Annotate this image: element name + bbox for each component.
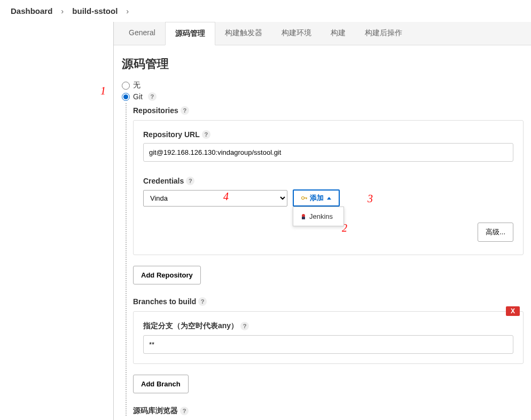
add-credentials-button[interactable]: 添加 [293, 189, 340, 207]
help-icon[interactable]: ? [198, 297, 207, 306]
branch-spec-label: 指定分支（为空时代表any） ? [143, 321, 513, 331]
credentials-label: Credentials ? [143, 177, 513, 185]
svg-rect-4 [302, 217, 305, 219]
repositories-label: Repositories ? [133, 106, 524, 115]
advanced-button[interactable]: 高级... [478, 223, 513, 242]
radio-none-label: 无 [133, 81, 140, 90]
key-icon [301, 196, 308, 200]
delete-branch-button[interactable]: X [506, 306, 520, 316]
jenkins-icon [300, 213, 307, 220]
help-icon[interactable]: ? [148, 92, 157, 101]
help-icon[interactable]: ? [181, 106, 189, 115]
credentials-select[interactable]: Vinda [143, 190, 287, 207]
branches-label: Branches to build ? [133, 297, 524, 306]
svg-point-0 [302, 197, 304, 200]
branch-spec-input[interactable] [143, 335, 513, 354]
add-branch-button[interactable]: Add Branch [133, 375, 189, 393]
repo-url-label: Repository URL ? [143, 130, 513, 139]
breadcrumb-job[interactable]: build-sstool [72, 6, 118, 15]
radio-git[interactable] [122, 93, 130, 101]
help-icon[interactable]: ? [202, 130, 210, 139]
caret-up-icon [327, 197, 331, 200]
chevron-right-icon: › [126, 6, 129, 15]
radio-none[interactable] [122, 82, 130, 90]
tabs: General 源码管理 构建触发器 构建环境 构建 构建后操作 [114, 22, 531, 45]
tab-general[interactable]: General [119, 22, 165, 45]
main-panel: General 源码管理 构建触发器 构建环境 构建 构建后操作 源码管理 无 … [113, 22, 531, 420]
tab-build[interactable]: 构建 [321, 22, 355, 45]
help-icon[interactable]: ? [186, 177, 194, 185]
repo-browser-label: 源码库浏览器 ? [133, 406, 524, 416]
credentials-dropdown: Jenkins [293, 207, 344, 226]
tab-post[interactable]: 构建后操作 [355, 22, 412, 45]
chevron-right-icon: › [61, 6, 64, 15]
help-icon[interactable]: ? [240, 322, 249, 330]
tab-env[interactable]: 构建环境 [272, 22, 321, 45]
svg-rect-2 [306, 197, 307, 199]
tab-triggers[interactable]: 构建触发器 [215, 22, 272, 45]
annotation-3: 3 [368, 193, 373, 205]
breadcrumb: Dashboard › build-sstool › [0, 0, 531, 22]
annotation-1: 1 [100, 85, 106, 97]
branch-box: X 指定分支（为空时代表any） ? [133, 311, 524, 364]
breadcrumb-dashboard[interactable]: Dashboard [11, 6, 52, 15]
help-icon[interactable]: ? [180, 407, 189, 415]
section-title: 源码管理 [119, 56, 524, 72]
tab-scm[interactable]: 源码管理 [165, 22, 215, 45]
radio-git-label: Git [133, 92, 143, 101]
add-repository-button[interactable]: Add Repository [133, 266, 201, 284]
sidebar: 1 [0, 22, 113, 420]
repository-box: Repository URL ? 2 Credentials ? Vinda [133, 120, 524, 255]
dropdown-item-jenkins[interactable]: Jenkins [293, 210, 343, 223]
repo-url-input[interactable] [143, 143, 513, 162]
